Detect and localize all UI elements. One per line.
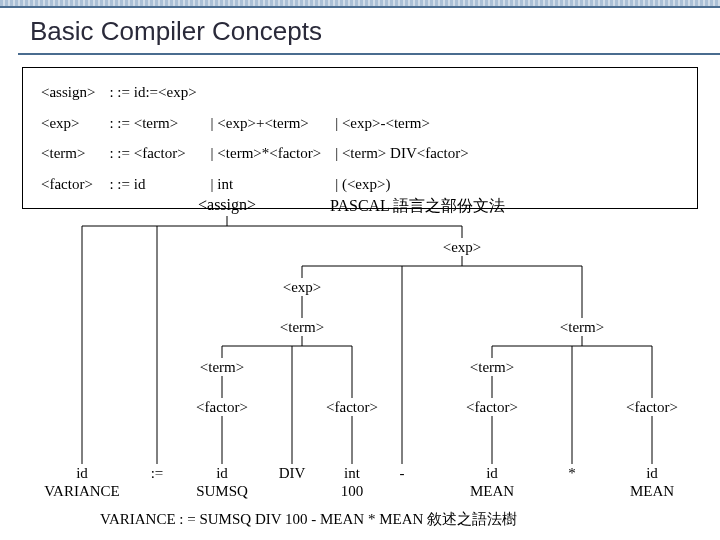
- grammar-rhs: | int: [205, 170, 328, 199]
- token-int: int: [344, 465, 361, 481]
- token-star: *: [568, 465, 576, 481]
- node-factor: <factor>: [326, 399, 378, 415]
- node-term: <term>: [470, 359, 514, 375]
- grammar-rhs: : := <factor>: [103, 139, 202, 168]
- grammar-lhs: <exp>: [35, 109, 101, 138]
- token-assign-op: :=: [151, 465, 164, 481]
- slide-title: Basic Compiler Concepts: [30, 16, 720, 47]
- grammar-rhs: : := <term>: [103, 109, 202, 138]
- node-factor: <factor>: [466, 399, 518, 415]
- token-id: id: [216, 465, 228, 481]
- grammar-lhs: <term>: [35, 139, 101, 168]
- lex-mean: MEAN: [630, 483, 674, 499]
- token-id: id: [486, 465, 498, 481]
- grammar-row-term: <term> : := <factor> | <term>*<factor> |…: [35, 139, 475, 168]
- grammar-box: <assign> : := id:=<exp> <exp> : := <term…: [22, 67, 698, 209]
- grammar-lhs: <factor>: [35, 170, 101, 199]
- grammar-rhs: | <exp>+<term>: [205, 109, 328, 138]
- node-term: <term>: [200, 359, 244, 375]
- lex-mean: MEAN: [470, 483, 514, 499]
- node-exp: <exp>: [443, 239, 482, 255]
- node-term: <term>: [560, 319, 604, 335]
- grammar-row-assign: <assign> : := id:=<exp>: [35, 78, 475, 107]
- token-minus: -: [400, 465, 405, 481]
- parse-tree: <exp> <exp> <term> <term> <term> <term> …: [22, 196, 702, 506]
- token-div: DIV: [279, 465, 306, 481]
- lex-sumsq: SUMSQ: [196, 483, 248, 499]
- node-factor: <factor>: [626, 399, 678, 415]
- node-exp: <exp>: [283, 279, 322, 295]
- slide-top-accent: [0, 0, 720, 8]
- lex-100: 100: [341, 483, 364, 499]
- grammar-row-factor: <factor> : := id | int | (<exp>): [35, 170, 475, 199]
- grammar-rhs: : := id:=<exp>: [103, 78, 202, 107]
- token-id: id: [646, 465, 658, 481]
- grammar-row-exp: <exp> : := <term> | <exp>+<term> | <exp>…: [35, 109, 475, 138]
- grammar-table: <assign> : := id:=<exp> <exp> : := <term…: [33, 76, 477, 200]
- statement-caption: VARIANCE : = SUMSQ DIV 100 - MEAN * MEAN…: [100, 510, 517, 529]
- node-factor: <factor>: [196, 399, 248, 415]
- lex-variance: VARIANCE: [44, 483, 120, 499]
- token-id: id: [76, 465, 88, 481]
- grammar-rhs: | <term>*<factor>: [205, 139, 328, 168]
- node-term: <term>: [280, 319, 324, 335]
- grammar-rhs: : := id: [103, 170, 202, 199]
- grammar-rhs: | (<exp>): [329, 170, 474, 199]
- grammar-lhs: <assign>: [35, 78, 101, 107]
- grammar-rhs: | <term> DIV<factor>: [329, 139, 474, 168]
- grammar-rhs: | <exp>-<term>: [329, 109, 474, 138]
